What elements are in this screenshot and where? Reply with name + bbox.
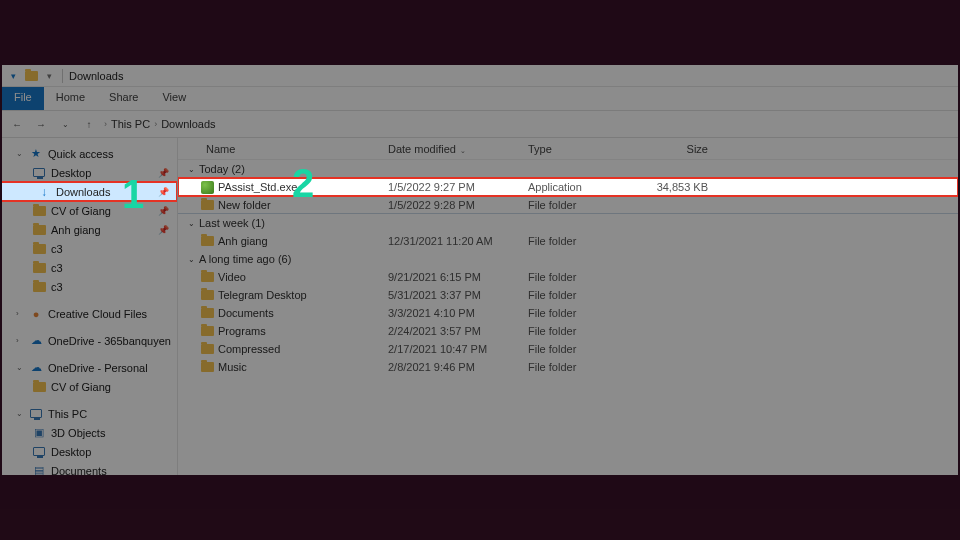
column-date[interactable]: Date modified⌄ (388, 143, 528, 155)
tree-creative-cloud[interactable]: ›●Creative Cloud Files (2, 304, 177, 323)
tree-desktop[interactable]: Desktop📌 (2, 163, 177, 182)
tree-3d-objects[interactable]: ▣3D Objects (2, 423, 177, 442)
file-name: Music (218, 361, 388, 373)
nav-dropdown-icon[interactable]: ▾ (6, 69, 20, 83)
breadcrumb-this-pc[interactable]: This PC (111, 118, 150, 130)
folder-icon (178, 290, 218, 300)
pin-icon: 📌 (158, 206, 169, 216)
annotation-1: 1 (122, 172, 144, 217)
column-label: Date modified (388, 143, 456, 155)
file-type: File folder (528, 307, 638, 319)
tree-this-pc[interactable]: ⌄This PC (2, 404, 177, 423)
tree-c3[interactable]: c3 (2, 277, 177, 296)
pin-icon: 📌 (158, 187, 169, 197)
column-type[interactable]: Type (528, 143, 638, 155)
file-name: Programs (218, 325, 388, 337)
tree-cv-of-giang[interactable]: CV of Giang📌 (2, 201, 177, 220)
creative-cloud-icon: ● (29, 307, 43, 321)
file-row[interactable]: Compressed2/17/2021 10:47 PMFile folder (178, 340, 958, 358)
tree-label: Desktop (51, 446, 91, 458)
star-icon: ★ (29, 147, 43, 161)
desktop-icon (32, 166, 46, 180)
tab-home[interactable]: Home (44, 87, 97, 110)
file-row[interactable]: Programs2/24/2021 3:57 PMFile folder (178, 322, 958, 340)
window-title: Downloads (69, 70, 123, 82)
folder-icon: ▣ (32, 426, 46, 440)
back-button[interactable]: ← (8, 115, 26, 133)
file-date: 5/31/2021 3:37 PM (388, 289, 528, 301)
chevron-down-icon: ⌄ (188, 219, 195, 228)
folder-icon (178, 326, 218, 336)
column-label: Size (687, 143, 708, 155)
file-row[interactable]: Documents3/3/2021 4:10 PMFile folder (178, 304, 958, 322)
file-name: Anh giang (218, 235, 388, 247)
file-type: File folder (528, 235, 638, 247)
tree-label: OneDrive - 365banquyen (48, 335, 171, 347)
file-row[interactable]: Telegram Desktop5/31/2021 3:37 PMFile fo… (178, 286, 958, 304)
tree-onedrive-personal[interactable]: ⌄☁OneDrive - Personal (2, 358, 177, 377)
folder-icon (178, 200, 218, 210)
group-label: Last week (1) (199, 217, 265, 229)
title-divider (62, 69, 63, 83)
pin-icon: 📌 (158, 225, 169, 235)
file-type: File folder (528, 199, 638, 211)
file-name: Compressed (218, 343, 388, 355)
tree-label: c3 (51, 281, 63, 293)
documents-icon: ▤ (32, 464, 46, 476)
tree-c3[interactable]: c3 (2, 258, 177, 277)
folder-icon (32, 242, 46, 256)
pin-icon: 📌 (158, 168, 169, 178)
tab-share[interactable]: Share (97, 87, 150, 110)
column-label: Type (528, 143, 552, 155)
tree-cv-of-giang-od[interactable]: CV of Giang (2, 377, 177, 396)
tree-label: Downloads (56, 186, 110, 198)
tree-documents-pc[interactable]: ▤Documents (2, 461, 177, 475)
tree-desktop-pc[interactable]: Desktop (2, 442, 177, 461)
group-label: A long time ago (6) (199, 253, 291, 265)
tab-view[interactable]: View (150, 87, 198, 110)
column-headers: Name Date modified⌄ Type Size (178, 138, 958, 160)
download-icon: ↓ (37, 185, 51, 199)
column-label: Name (206, 143, 235, 155)
column-size[interactable]: Size (638, 143, 728, 155)
folder-icon (32, 223, 46, 237)
forward-button[interactable]: → (32, 115, 50, 133)
file-date: 1/5/2022 9:27 PM (388, 181, 528, 193)
group-header-longtime[interactable]: ⌄A long time ago (6) (178, 250, 958, 268)
folder-icon (178, 236, 218, 246)
tree-onedrive-365[interactable]: ›☁OneDrive - 365banquyen (2, 331, 177, 350)
tree-label: OneDrive - Personal (48, 362, 148, 374)
chevron-icon: › (104, 119, 107, 129)
tree-label: Documents (51, 465, 107, 476)
chevron-down-icon: ⌄ (188, 255, 195, 264)
qat-dropdown-icon[interactable]: ▾ (42, 69, 56, 83)
group-label: Today (2) (199, 163, 245, 175)
tree-label: c3 (51, 262, 63, 274)
file-row[interactable]: Video9/21/2021 6:15 PMFile folder (178, 268, 958, 286)
column-name[interactable]: Name (178, 143, 388, 155)
tree-label: 3D Objects (51, 427, 105, 439)
tree-quick-access[interactable]: ⌄★Quick access (2, 144, 177, 163)
tree-downloads[interactable]: ↓Downloads📌 (2, 182, 177, 201)
file-type: File folder (528, 361, 638, 373)
file-date: 2/24/2021 3:57 PM (388, 325, 528, 337)
breadcrumb-downloads[interactable]: Downloads (161, 118, 215, 130)
file-date: 2/8/2021 9:46 PM (388, 361, 528, 373)
folder-icon (32, 280, 46, 294)
breadcrumb[interactable]: › This PC › Downloads (104, 118, 216, 130)
tab-file[interactable]: File (2, 87, 44, 110)
cloud-icon: ☁ (29, 334, 43, 348)
file-explorer-window: ▾ ▾ Downloads File Home Share View ← → ⌄… (2, 65, 958, 475)
up-button[interactable]: ↑ (80, 115, 98, 133)
tree-c3[interactable]: c3 (2, 239, 177, 258)
folder-icon (178, 272, 218, 282)
file-row[interactable]: Music2/8/2021 9:46 PMFile folder (178, 358, 958, 376)
file-row[interactable]: Anh giang 12/31/2021 11:20 AM File folde… (178, 232, 958, 250)
pc-icon (29, 407, 43, 421)
tree-label: CV of Giang (51, 205, 111, 217)
tree-anh-giang[interactable]: Anh giang📌 (2, 220, 177, 239)
exe-icon (178, 181, 218, 194)
file-type: File folder (528, 271, 638, 283)
recent-dropdown[interactable]: ⌄ (56, 115, 74, 133)
group-header-lastweek[interactable]: ⌄Last week (1) (178, 214, 958, 232)
